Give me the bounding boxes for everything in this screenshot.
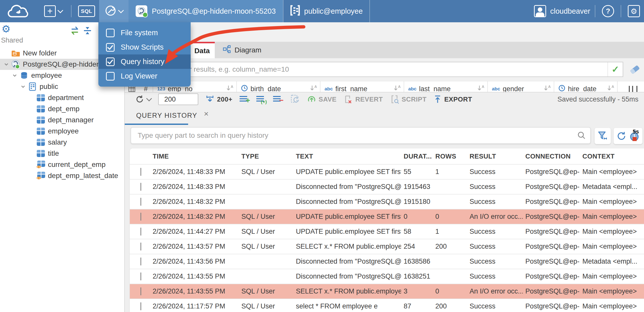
history-column-header[interactable]: DURAT... bbox=[401, 152, 433, 160]
table-row[interactable]: 2/26/2024, 11:48:33 PMSQL / UserUPDATE p… bbox=[130, 164, 644, 179]
sort-icon[interactable]: A bbox=[393, 84, 402, 92]
tree-item-label: dept_emp_latest_date bbox=[48, 172, 118, 180]
tree-item-label: department bbox=[48, 94, 84, 102]
history-refresh-timer-button[interactable]: 5s bbox=[614, 128, 642, 144]
history-column-header[interactable]: TIME bbox=[150, 152, 239, 160]
checkbox-checked-icon[interactable] bbox=[106, 57, 115, 66]
chevron-down-icon[interactable] bbox=[2, 61, 11, 67]
duplicate-row-icon[interactable]: (+) bbox=[256, 95, 266, 103]
table-row[interactable]: 2/26/2024, 11:17:57 PMSQL / Userselect *… bbox=[130, 299, 644, 312]
table-row[interactable]: 2/26/2024, 11:43:57 PMSQL / UserSELECT x… bbox=[130, 239, 644, 254]
sidebar-settings-gear-icon[interactable]: ⚙ bbox=[2, 24, 11, 34]
sort-icon[interactable]: A bbox=[607, 84, 615, 92]
history-type-cell: SQL / User bbox=[239, 302, 293, 310]
query-history-search-input[interactable] bbox=[131, 127, 591, 144]
expand-chevron-icon[interactable] bbox=[140, 228, 141, 236]
table-row[interactable]: 2/26/2024, 11:43:55 PMDisconnected from … bbox=[130, 269, 644, 284]
settings-button[interactable]: ⚙ bbox=[624, 0, 644, 22]
export-button[interactable]: EXPORT bbox=[434, 95, 472, 104]
tree-item[interactable]: dept_emp bbox=[0, 103, 124, 114]
columns-view-icon[interactable] bbox=[629, 86, 637, 92]
expand-chevron-icon[interactable] bbox=[140, 258, 141, 265]
apply-filter-check-icon[interactable]: ✓ bbox=[607, 62, 623, 76]
expand-chevron-icon[interactable] bbox=[140, 302, 141, 310]
sort-icon[interactable]: A bbox=[310, 84, 318, 92]
grid-column-header[interactable]: abcfirst_nameA bbox=[320, 81, 404, 92]
sort-icon[interactable]: A bbox=[226, 84, 234, 92]
sql-editor-button[interactable]: SQL bbox=[74, 0, 99, 22]
cloudbeaver-logo-icon[interactable] bbox=[0, 0, 38, 22]
menu-item[interactable]: Log Viewer bbox=[98, 69, 191, 83]
user-menu[interactable]: cloudbeaver bbox=[532, 0, 592, 22]
add-row-icon[interactable]: + bbox=[240, 95, 249, 103]
history-filter-button[interactable] bbox=[595, 128, 611, 144]
schema-selector[interactable]: public@employee bbox=[283, 0, 370, 22]
query-history-table-header: TIMETYPETEXTDURAT...ROWSRESULTCONNECTION… bbox=[130, 148, 644, 164]
expand-chevron-icon[interactable] bbox=[140, 243, 141, 250]
table-row[interactable]: 2/26/2024, 11:48:33 PMDisconnected from … bbox=[130, 179, 644, 194]
tree-item[interactable]: title bbox=[0, 148, 124, 159]
collapse-all-icon[interactable] bbox=[83, 26, 92, 36]
filter-expression-input[interactable] bbox=[129, 62, 607, 76]
history-column-header[interactable]: TEXT bbox=[293, 152, 401, 160]
history-time-cell: 2/26/2024, 11:43:56 PM bbox=[150, 258, 239, 265]
history-column-header[interactable]: ROWS bbox=[433, 152, 467, 160]
table-row[interactable]: 2/26/2024, 11:43:56 PMDisconnected from … bbox=[130, 254, 644, 269]
tree-item[interactable]: salary bbox=[0, 137, 124, 148]
eraser-icon[interactable] bbox=[629, 64, 640, 76]
refresh-document-icon[interactable] bbox=[290, 94, 300, 105]
tree-item[interactable]: dept_manager bbox=[0, 114, 124, 126]
expand-chevron-icon[interactable] bbox=[140, 213, 141, 221]
tree-item[interactable]: dept_emp_latest_date bbox=[0, 170, 124, 181]
tools-menu-button[interactable] bbox=[99, 0, 129, 22]
table-row[interactable]: 2/26/2024, 11:44:27 PMSQL / UserUPDATE p… bbox=[130, 224, 644, 239]
history-column-header[interactable]: CONTEXT bbox=[580, 152, 644, 160]
checkbox-checked-icon[interactable] bbox=[106, 43, 115, 52]
chevron-down-icon[interactable] bbox=[19, 84, 27, 90]
script-button[interactable]: SCRIPT bbox=[390, 94, 426, 104]
history-column-header[interactable]: TYPE bbox=[239, 152, 293, 160]
history-connection-cell: PostgreSQL@ep-... bbox=[523, 198, 580, 206]
checkbox-unchecked-icon[interactable] bbox=[106, 72, 115, 81]
help-button[interactable]: ? bbox=[598, 0, 618, 22]
new-connection-button[interactable]: + bbox=[38, 0, 68, 22]
expand-chevron-icon[interactable] bbox=[140, 183, 141, 191]
row-limit-input[interactable] bbox=[158, 93, 198, 105]
table-row[interactable]: 2/26/2024, 11:48:32 PMSQL / UserUPDATE p… bbox=[130, 209, 644, 224]
refresh-button[interactable] bbox=[135, 94, 151, 104]
expand-chevron-icon[interactable] bbox=[140, 272, 141, 280]
tree-item[interactable]: current_dept_emp bbox=[0, 159, 124, 170]
grid-column-header[interactable]: birth_dateA bbox=[237, 81, 320, 92]
menu-item[interactable]: Show Scripts bbox=[98, 40, 191, 54]
tree-item[interactable]: employee bbox=[0, 126, 124, 137]
sync-connections-icon[interactable] bbox=[69, 26, 80, 36]
revert-button[interactable]: REVERT bbox=[344, 94, 383, 104]
expand-chevron-icon[interactable] bbox=[140, 287, 141, 295]
menu-item[interactable]: Query history bbox=[98, 54, 191, 69]
menu-item[interactable]: File system bbox=[98, 26, 191, 40]
tab-diagram[interactable]: Diagram bbox=[215, 42, 270, 58]
expand-chevron-icon[interactable] bbox=[140, 198, 141, 206]
save-button[interactable]: SAVE bbox=[307, 95, 337, 104]
expand-chevron-icon[interactable] bbox=[140, 168, 141, 176]
sort-icon[interactable]: A bbox=[544, 84, 552, 92]
tab-data[interactable]: Data bbox=[189, 42, 215, 58]
checkbox-unchecked-icon[interactable] bbox=[106, 29, 115, 37]
table-row[interactable]: 2/26/2024, 11:48:32 PMDisconnected from … bbox=[130, 194, 644, 209]
sort-icon[interactable]: A bbox=[477, 84, 485, 92]
delete-row-icon[interactable]: − bbox=[273, 95, 283, 103]
grid-column-header[interactable]: abcgenderA bbox=[488, 81, 554, 92]
grid-column-header[interactable]: abclast_nameA bbox=[404, 81, 488, 92]
history-column-header[interactable]: CONNECTION bbox=[523, 152, 580, 160]
table-row[interactable]: 2/26/2024, 11:43:55 PMSQL / UserSELECT x… bbox=[130, 284, 644, 299]
connection-selector[interactable]: PostgreSQL@ep-hidden-moon-55203 bbox=[129, 0, 283, 22]
tree-item[interactable]: department bbox=[0, 92, 124, 103]
tab-query-history[interactable]: QUERY HISTORY bbox=[136, 112, 197, 120]
svg-text:A: A bbox=[548, 85, 551, 89]
grid-column-header[interactable]: hire_dateA bbox=[554, 81, 618, 92]
chevron-down-icon[interactable] bbox=[10, 72, 19, 79]
history-column-header[interactable]: RESULT bbox=[467, 152, 523, 160]
catalog-icon bbox=[290, 5, 300, 18]
close-icon[interactable]: × bbox=[204, 109, 209, 119]
load-more-button[interactable]: 200+ bbox=[205, 95, 232, 104]
